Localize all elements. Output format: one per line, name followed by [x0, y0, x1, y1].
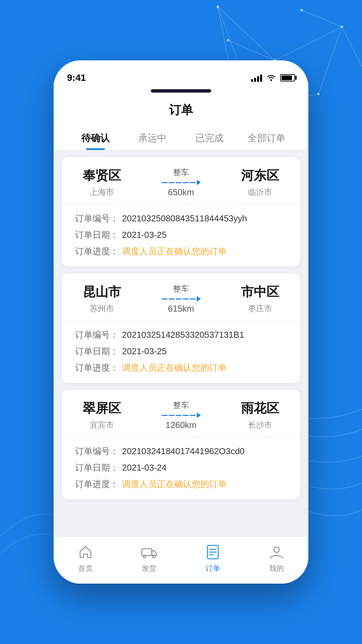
order-card-1[interactable]: 奉贤区 上海市 整车 650km 河东区	[62, 157, 300, 267]
order-card-2[interactable]: 昆山市 苏州市 整车 615km 市中区	[62, 273, 300, 383]
to-city-2: 市中区	[233, 283, 287, 301]
nav-home[interactable]: 首页	[54, 543, 117, 574]
page-title: 订单	[169, 103, 193, 117]
route-distance-2: 615km	[168, 304, 194, 314]
from-city-3: 翠屏区	[75, 400, 129, 417]
order-date-value-3: 2021-03-24	[122, 463, 167, 473]
svg-point-21	[153, 555, 155, 558]
route-type-3: 整车	[173, 400, 189, 411]
nav-shipping[interactable]: 发货	[117, 543, 181, 574]
tab-all[interactable]: 全部订单	[238, 125, 295, 150]
nav-profile-label: 我的	[269, 564, 284, 574]
to-city-3: 雨花区	[233, 400, 287, 417]
status-time: 9:41	[67, 72, 86, 83]
nav-orders[interactable]: 订单	[181, 543, 245, 574]
svg-line-7	[342, 27, 362, 67]
from-province-2: 苏州市	[75, 303, 129, 314]
tab-in-transit[interactable]: 承运中	[124, 125, 181, 150]
nav-shipping-label: 发货	[142, 564, 157, 574]
route-distance-3: 1260km	[166, 420, 197, 430]
tab-pending[interactable]: 待确认	[67, 125, 124, 150]
order-no-row-2: 订单编号： 20210325142853320537131B1	[75, 329, 287, 341]
to-province-3: 长沙市	[233, 420, 287, 430]
svg-rect-19	[142, 549, 152, 555]
order-no-value-2: 20210325142853320537131B1	[122, 330, 244, 340]
svg-point-20	[143, 555, 146, 558]
order-no-row-1: 订单编号： 20210325080843511844453yyh	[75, 213, 287, 224]
nav-orders-label: 订单	[205, 564, 220, 574]
svg-line-2	[275, 27, 342, 60]
route-section-2: 昆山市 苏州市 整车 615km 市中区	[62, 273, 300, 321]
route-type-2: 整车	[173, 283, 189, 294]
order-details-2: 订单编号： 20210325142853320537131B1 订单日期： 20…	[62, 321, 300, 383]
svg-point-26	[274, 547, 279, 552]
orders-icon	[204, 543, 222, 561]
signal-icon	[251, 74, 262, 82]
status-bar-area: 9:41	[54, 60, 308, 97]
route-arrow-1	[162, 180, 201, 185]
content-area: 奉贤区 上海市 整车 650km 河东区	[54, 150, 308, 536]
svg-point-14	[317, 93, 320, 95]
shipping-icon	[140, 543, 158, 561]
route-middle-1: 整车 650km	[129, 167, 233, 198]
to-endpoint-2: 市中区 枣庄市	[233, 283, 287, 314]
order-no-row-3: 订单编号： 20210324184017441962O3cd0	[75, 445, 287, 457]
order-date-value-1: 2021-03-25	[122, 230, 167, 240]
from-province-3: 宜宾市	[75, 420, 129, 430]
profile-icon	[268, 543, 285, 561]
route-section-3: 翠屏区 宜宾市 整车 1260km 雨花区	[62, 390, 300, 437]
to-endpoint-3: 雨花区 长沙市	[233, 400, 287, 430]
wifi-icon	[266, 74, 276, 82]
svg-line-8	[228, 40, 275, 60]
route-arrow-3	[162, 413, 201, 418]
tab-completed[interactable]: 已完成	[181, 125, 238, 150]
order-progress-value-1: 调度人员正在确认您的订单	[122, 246, 227, 257]
nav-home-label: 首页	[78, 564, 93, 574]
svg-point-11	[217, 5, 219, 8]
notch-pill	[151, 89, 211, 93]
nav-profile[interactable]: 我的	[245, 543, 308, 574]
order-card-3[interactable]: 翠屏区 宜宾市 整车 1260km 雨花区	[62, 390, 300, 499]
svg-point-17	[300, 9, 303, 11]
tab-navigation: 待确认 承运中 已完成 全部订单	[54, 125, 308, 150]
from-city-1: 奉贤区	[75, 167, 129, 184]
from-endpoint-1: 奉贤区 上海市	[75, 167, 129, 198]
from-province-1: 上海市	[75, 187, 129, 198]
to-province-1: 临沂市	[233, 187, 287, 198]
order-progress-row-2: 订单进度： 调度人员正在确认您的订单	[75, 362, 287, 374]
svg-line-9	[302, 10, 342, 27]
to-city-1: 河东区	[233, 167, 287, 184]
from-endpoint-2: 昆山市 苏州市	[75, 283, 129, 314]
status-icons	[251, 74, 295, 82]
notch-area	[67, 87, 295, 97]
from-endpoint-3: 翠屏区 宜宾市	[75, 400, 129, 430]
page-title-bar: 订单	[54, 97, 308, 125]
route-arrow-2	[162, 296, 201, 302]
bottom-navigation: 首页 发货 订单	[54, 536, 308, 584]
phone-shell: 9:41	[54, 60, 308, 584]
to-endpoint-1: 河东区 临沂市	[233, 167, 287, 198]
order-no-value-1: 20210325080843511844453yyh	[122, 213, 247, 224]
order-date-value-2: 2021-03-25	[122, 346, 167, 357]
route-distance-1: 650km	[168, 187, 194, 198]
order-details-3: 订单编号： 20210324184017441962O3cd0 订单日期： 20…	[62, 437, 300, 499]
route-middle-3: 整车 1260km	[129, 400, 233, 430]
svg-point-16	[227, 39, 229, 42]
order-progress-value-2: 调度人员正在确认您的订单	[122, 362, 227, 374]
order-date-row-3: 订单日期： 2021-03-24	[75, 462, 287, 474]
svg-line-1	[218, 7, 275, 60]
order-date-row-1: 订单日期： 2021-03-25	[75, 229, 287, 241]
route-middle-2: 整车 615km	[129, 283, 233, 314]
order-no-value-3: 20210324184017441962O3cd0	[122, 446, 245, 457]
order-date-row-2: 订单日期： 2021-03-25	[75, 345, 287, 357]
battery-icon	[280, 74, 295, 82]
order-progress-row-3: 订单进度： 调度人员正在确认您的订单	[75, 478, 287, 490]
svg-point-18	[270, 79, 272, 81]
svg-line-3	[318, 27, 342, 94]
to-province-2: 枣庄市	[233, 303, 287, 314]
route-section-1: 奉贤区 上海市 整车 650km 河东区	[62, 157, 300, 205]
order-progress-row-1: 订单进度： 调度人员正在确认您的订单	[75, 246, 287, 257]
order-progress-value-3: 调度人员正在确认您的订单	[122, 478, 227, 490]
home-icon	[77, 543, 94, 561]
from-city-2: 昆山市	[75, 283, 129, 301]
